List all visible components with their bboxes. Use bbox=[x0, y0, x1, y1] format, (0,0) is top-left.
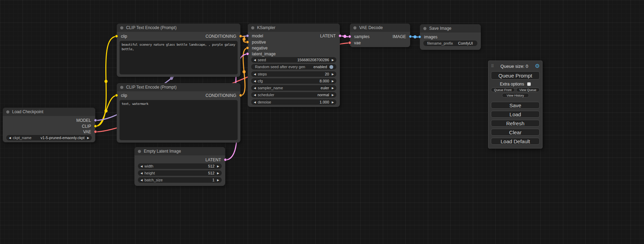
increment-arrow-icon[interactable]: ▶ bbox=[330, 73, 335, 76]
node-title-bar[interactable]: CLIP Text Encode (Prompt) bbox=[117, 24, 240, 32]
increment-arrow-icon[interactable]: ▶ bbox=[330, 87, 335, 90]
view-queue-button[interactable]: View Queue bbox=[516, 88, 540, 92]
widget-sampler-name[interactable]: ◀ sampler_name euler ▶ bbox=[251, 85, 336, 91]
link-midpoint-negative-cond-to-ksampler-negative[interactable] bbox=[242, 70, 246, 73]
increment-arrow-icon[interactable]: ▶ bbox=[216, 179, 220, 182]
node-clip-text-encode-positive[interactable]: CLIP Text Encode (Prompt) clip CONDITION… bbox=[117, 24, 240, 77]
decrement-arrow-icon[interactable]: ◀ bbox=[253, 93, 257, 97]
output-slot-image[interactable] bbox=[409, 35, 412, 38]
increment-arrow-icon[interactable]: ▶ bbox=[86, 136, 90, 139]
extra-options-checkbox[interactable] bbox=[527, 82, 531, 86]
widget-seed[interactable]: ◀ seed 156680208700286 ▶ bbox=[251, 57, 336, 63]
widget-height[interactable]: ◀ height 512 ▶ bbox=[138, 170, 222, 176]
decrement-arrow-icon[interactable]: ◀ bbox=[139, 179, 144, 182]
node-load-checkpoint[interactable]: Load Checkpoint MODEL CLIP VAE ◀ ckpt_na… bbox=[3, 108, 95, 142]
collapse-toggle[interactable] bbox=[251, 26, 254, 29]
input-slot-positive[interactable] bbox=[246, 40, 249, 44]
increment-arrow-icon[interactable]: ▶ bbox=[330, 80, 335, 83]
node-save-image[interactable]: Save Image images filename_prefix ComfyU… bbox=[420, 24, 481, 50]
node-title-bar[interactable]: Load Checkpoint bbox=[3, 108, 95, 116]
decrement-arrow-icon[interactable]: ◀ bbox=[253, 58, 257, 62]
queue-front-button[interactable]: Queue Front bbox=[491, 88, 515, 92]
positive-prompt-textarea[interactable]: beautiful scenery nature glass bottle la… bbox=[120, 41, 238, 74]
widget-filename-prefix[interactable]: filename_prefix ComfyUI bbox=[423, 40, 477, 46]
node-title-bar[interactable]: Save Image bbox=[420, 24, 481, 33]
collapse-toggle[interactable] bbox=[423, 27, 426, 30]
load-button[interactable]: Load bbox=[491, 111, 540, 118]
menu-drag-handle-icon[interactable]: ⠿ bbox=[491, 64, 494, 68]
link-midpoint-positive-cond-to-ksampler-positive[interactable] bbox=[242, 38, 246, 41]
input-slot-negative[interactable] bbox=[246, 46, 249, 49]
input-label-negative: negative bbox=[252, 46, 267, 51]
decrement-arrow-icon[interactable]: ◀ bbox=[8, 136, 12, 139]
node-title-bar[interactable]: Empty Latent Image bbox=[134, 147, 225, 155]
collapse-toggle[interactable] bbox=[120, 86, 123, 89]
collapse-toggle[interactable] bbox=[138, 150, 141, 153]
decrement-arrow-icon[interactable]: ◀ bbox=[253, 87, 257, 90]
widget-width[interactable]: ◀ width 512 ▶ bbox=[138, 163, 222, 169]
node-empty-latent-image[interactable]: Empty Latent Image LATENT ◀ width 512 ▶ … bbox=[134, 147, 225, 186]
node-title-bar[interactable]: CLIP Text Encode (Prompt) bbox=[117, 83, 240, 91]
collapse-toggle[interactable] bbox=[353, 26, 356, 29]
view-history-button[interactable]: View History bbox=[502, 93, 529, 98]
node-title-bar[interactable]: KSampler bbox=[248, 24, 340, 32]
main-menu-panel[interactable]: ⠿ Queue size: 0 ⚙ Queue Prompt Extra opt… bbox=[488, 61, 542, 148]
increment-arrow-icon[interactable]: ▶ bbox=[330, 58, 335, 62]
increment-arrow-icon[interactable]: ▶ bbox=[216, 172, 220, 175]
collapse-toggle[interactable] bbox=[120, 26, 123, 29]
widget-batch-size[interactable]: ◀ batch_size 1 ▶ bbox=[138, 177, 222, 183]
widget-label: seed bbox=[258, 58, 266, 62]
increment-arrow-icon[interactable]: ▶ bbox=[330, 93, 335, 97]
collapse-toggle[interactable] bbox=[6, 110, 9, 114]
output-slot-latent[interactable] bbox=[338, 34, 342, 37]
negative-prompt-textarea[interactable]: text, watermark bbox=[120, 100, 238, 140]
widget-ckpt-name[interactable]: ◀ ckpt_name v1-5-pruned-emaonly.ckpt ▶ bbox=[6, 135, 92, 141]
input-label-model: model bbox=[252, 34, 263, 38]
settings-gear-icon[interactable]: ⚙ bbox=[535, 63, 540, 69]
node-clip-text-encode-negative[interactable]: CLIP Text Encode (Prompt) clip CONDITION… bbox=[117, 83, 240, 143]
input-slot-vae[interactable] bbox=[348, 41, 351, 44]
decrement-arrow-icon[interactable]: ◀ bbox=[139, 172, 144, 175]
refresh-button[interactable]: Refresh bbox=[491, 120, 540, 127]
clear-button[interactable]: Clear bbox=[491, 129, 540, 136]
widget-cfg[interactable]: ◀ cfg 8.000 ▶ bbox=[251, 78, 336, 84]
output-slot-clip[interactable] bbox=[94, 125, 97, 128]
output-slot-vae[interactable] bbox=[94, 130, 97, 133]
widget-denoise[interactable]: ◀ denoise 1.000 ▶ bbox=[251, 99, 336, 105]
link-midpoint-checkpoint-model-to-ksampler-model[interactable] bbox=[170, 77, 173, 80]
input-slot-images[interactable] bbox=[418, 35, 421, 38]
input-slot-clip[interactable] bbox=[115, 94, 118, 97]
node-ksampler[interactable]: KSampler model positive negative latent_… bbox=[248, 24, 340, 107]
input-slot-model[interactable] bbox=[246, 34, 249, 37]
widget-label: height bbox=[144, 171, 155, 175]
output-slot-conditioning[interactable] bbox=[239, 94, 242, 97]
toggle-knob-icon bbox=[329, 65, 333, 69]
node-title-bar[interactable]: VAE Decode bbox=[350, 24, 410, 32]
link-midpoint-vaedecode-image-to-saveimage-images[interactable] bbox=[414, 35, 417, 38]
link-midpoint-checkpoint-clip-to-positive-clip[interactable] bbox=[105, 80, 108, 83]
input-slot-latent-image[interactable] bbox=[246, 52, 249, 55]
node-graph-canvas[interactable]: Load Checkpoint MODEL CLIP VAE ◀ ckpt_na… bbox=[0, 0, 644, 244]
decrement-arrow-icon[interactable]: ◀ bbox=[253, 80, 257, 83]
load-default-button[interactable]: Load Default bbox=[491, 138, 540, 145]
increment-arrow-icon[interactable]: ▶ bbox=[330, 101, 335, 104]
queue-prompt-button[interactable]: Queue Prompt bbox=[491, 71, 540, 80]
link-midpoint-checkpoint-clip-to-negative-clip[interactable] bbox=[105, 109, 108, 112]
output-slot-model[interactable] bbox=[94, 119, 97, 122]
increment-arrow-icon[interactable]: ▶ bbox=[216, 165, 220, 168]
node-vae-decode[interactable]: VAE Decode samples vae IMAGE bbox=[350, 24, 410, 47]
link-midpoint-ksampler-latent-to-vaedecode-samples[interactable] bbox=[343, 35, 346, 38]
widget-scheduler[interactable]: ◀ scheduler normal ▶ bbox=[251, 92, 336, 98]
decrement-arrow-icon[interactable]: ◀ bbox=[139, 165, 144, 168]
output-slot-conditioning[interactable] bbox=[239, 35, 242, 38]
save-button[interactable]: Save bbox=[491, 102, 540, 109]
output-slot-latent[interactable] bbox=[224, 158, 227, 161]
input-slot-clip[interactable] bbox=[115, 35, 118, 38]
widget-steps[interactable]: ◀ steps 20 ▶ bbox=[251, 71, 336, 77]
decrement-arrow-icon[interactable]: ◀ bbox=[253, 101, 257, 104]
input-slot-samples[interactable] bbox=[348, 35, 351, 38]
widget-random-seed-toggle[interactable]: Random seed after every gen enabled bbox=[251, 64, 336, 70]
queue-size-label: Queue size: 0 bbox=[494, 64, 535, 69]
decrement-arrow-icon[interactable]: ◀ bbox=[253, 73, 257, 76]
widget-label: batch_size bbox=[144, 178, 163, 182]
